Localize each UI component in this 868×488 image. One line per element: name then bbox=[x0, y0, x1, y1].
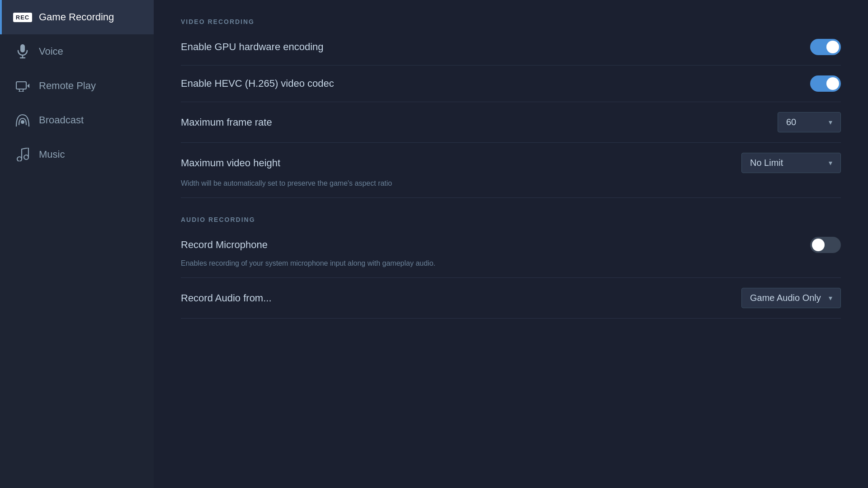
max-frame-rate-arrow: ▾ bbox=[829, 118, 832, 127]
record-audio-row: Record Audio from... Game Audio Only ▾ bbox=[181, 278, 841, 319]
video-recording-section: VIDEO RECORDING Enable GPU hardware enco… bbox=[181, 18, 841, 198]
max-video-height-value: No Limit bbox=[750, 158, 783, 168]
sidebar: REC Game Recording Voice Remote Pl bbox=[0, 0, 154, 488]
record-mic-row: Record Microphone Enables recording of y… bbox=[181, 227, 841, 278]
svg-rect-3 bbox=[16, 82, 26, 89]
sidebar-label-broadcast: Broadcast bbox=[39, 114, 84, 126]
gpu-encoding-label: Enable GPU hardware encoding bbox=[181, 41, 324, 53]
remote-play-icon bbox=[15, 79, 30, 93]
hevc-codec-toggle[interactable] bbox=[810, 75, 841, 92]
max-frame-rate-label: Maximum frame rate bbox=[181, 117, 272, 128]
max-video-height-label: Maximum video height bbox=[181, 157, 280, 169]
sidebar-item-voice[interactable]: Voice bbox=[0, 34, 154, 69]
max-frame-rate-row: Maximum frame rate 60 ▾ bbox=[181, 102, 841, 143]
max-video-height-row: Maximum video height No Limit ▾ Width wi… bbox=[181, 143, 841, 198]
max-video-height-dropdown[interactable]: No Limit ▾ bbox=[741, 153, 841, 173]
max-video-height-sublabel: Width will be automatically set to prese… bbox=[181, 179, 841, 188]
hevc-codec-knob bbox=[826, 77, 839, 90]
sidebar-label-music: Music bbox=[39, 149, 65, 160]
max-frame-rate-dropdown[interactable]: 60 ▾ bbox=[778, 112, 841, 132]
gpu-encoding-row: Enable GPU hardware encoding bbox=[181, 29, 841, 66]
svg-marker-4 bbox=[27, 84, 29, 88]
sidebar-label-voice: Voice bbox=[39, 46, 63, 57]
sidebar-item-broadcast[interactable]: Broadcast bbox=[0, 103, 154, 137]
svg-point-9 bbox=[17, 157, 22, 161]
record-audio-value: Game Audio Only bbox=[750, 293, 821, 303]
record-audio-dropdown[interactable]: Game Audio Only ▾ bbox=[741, 288, 841, 308]
max-video-height-arrow: ▾ bbox=[829, 159, 832, 167]
audio-section-title: AUDIO RECORDING bbox=[181, 216, 841, 223]
rec-icon: REC bbox=[15, 10, 30, 24]
sidebar-item-remote-play[interactable]: Remote Play bbox=[0, 69, 154, 103]
music-icon bbox=[15, 147, 30, 162]
video-section-title: VIDEO RECORDING bbox=[181, 18, 841, 25]
svg-line-13 bbox=[22, 148, 28, 149]
gpu-encoding-knob bbox=[826, 41, 839, 53]
record-mic-sublabel: Enables recording of your system microph… bbox=[181, 259, 841, 267]
sidebar-item-game-recording[interactable]: REC Game Recording bbox=[0, 0, 154, 34]
broadcast-icon bbox=[15, 113, 30, 127]
record-mic-label: Record Microphone bbox=[181, 239, 268, 251]
max-frame-rate-value: 60 bbox=[786, 117, 796, 127]
hevc-codec-row: Enable HEVC (H.265) video codec bbox=[181, 66, 841, 102]
record-mic-knob bbox=[812, 239, 825, 251]
record-mic-toggle[interactable] bbox=[810, 237, 841, 253]
svg-point-8 bbox=[21, 120, 24, 124]
gpu-encoding-toggle[interactable] bbox=[810, 39, 841, 55]
microphone-icon bbox=[15, 44, 30, 59]
sidebar-item-music[interactable]: Music bbox=[0, 137, 154, 172]
sidebar-label-game-recording: Game Recording bbox=[39, 11, 114, 23]
sidebar-label-remote-play: Remote Play bbox=[39, 80, 96, 92]
svg-rect-0 bbox=[20, 44, 25, 52]
hevc-codec-label: Enable HEVC (H.265) video codec bbox=[181, 78, 334, 89]
record-audio-arrow: ▾ bbox=[829, 294, 832, 302]
main-content: VIDEO RECORDING Enable GPU hardware enco… bbox=[154, 0, 868, 488]
record-audio-label: Record Audio from... bbox=[181, 292, 272, 304]
audio-recording-section: AUDIO RECORDING Record Microphone Enable… bbox=[181, 216, 841, 319]
svg-point-10 bbox=[24, 155, 28, 160]
